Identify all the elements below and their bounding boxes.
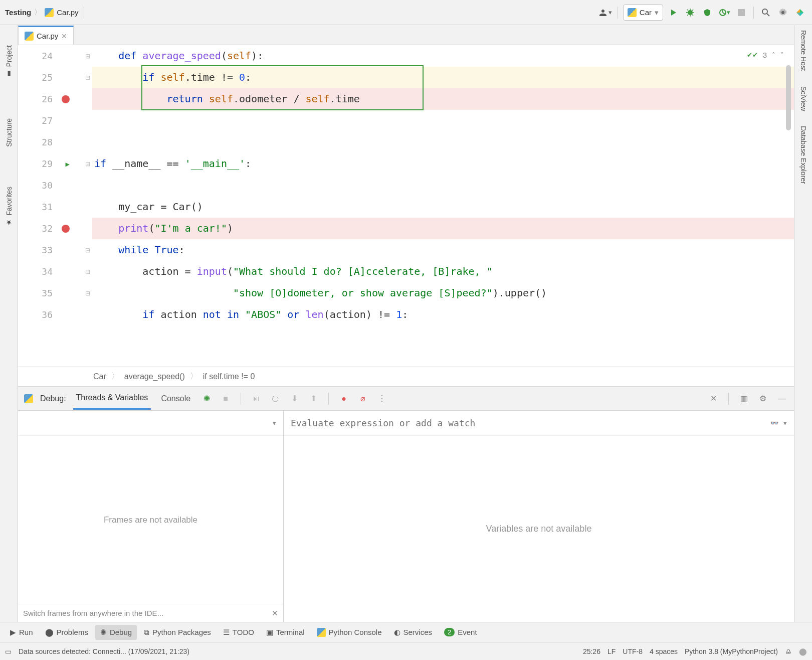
code-line[interactable] — [92, 131, 794, 153]
file-encoding[interactable]: UTF-8 — [623, 647, 643, 655]
crumb-class[interactable]: Car — [93, 372, 106, 381]
frames-thread-selector[interactable]: ▾ — [18, 411, 283, 436]
project-tool-tab[interactable]: ▮Project — [5, 45, 13, 78]
debug-bug-icon[interactable]: ✺ — [200, 393, 213, 405]
project-name[interactable]: Testing — [5, 8, 31, 17]
code-line[interactable]: def average_speed(self): — [92, 45, 794, 67]
code-line[interactable]: print("I'm a car!") — [92, 218, 794, 239]
fold-gutter[interactable]: ⊟⊟⊟⊟⊟⊟ — [83, 45, 92, 366]
database-tab[interactable]: Database Explorer — [799, 126, 807, 184]
settings-icon[interactable] — [776, 6, 790, 20]
run-line-icon[interactable]: ▶ — [66, 153, 70, 175]
user-icon[interactable]: ▾ — [598, 6, 613, 20]
jetbrains-icon[interactable] — [793, 6, 807, 20]
code-line[interactable]: "show [O]dometer, or show average [S]pee… — [92, 282, 794, 304]
watch-input[interactable] — [291, 418, 765, 428]
run-tab[interactable]: ▶Run — [5, 625, 38, 640]
variables-column: 👓 ▾ Variables are not available — [284, 411, 794, 622]
caret-position[interactable]: 25:26 — [583, 647, 600, 655]
crumb-method[interactable]: average_speed() — [124, 372, 185, 381]
tab-threads-variables[interactable]: Threads & Variables — [73, 387, 151, 410]
right-tool-strip: Remote Host SciView Database Explorer — [794, 25, 812, 622]
list-icon: ☰ — [223, 628, 230, 637]
code-line[interactable]: action = input("What should I do? [A]cce… — [92, 261, 794, 282]
main-area: ▮Project Structure ★Favorites Car.py ✕ ✔… — [0, 25, 812, 622]
code-area[interactable]: def average_speed(self): if self.time !=… — [92, 45, 794, 366]
view-breakpoints-icon[interactable]: ● — [338, 393, 350, 405]
debug-button[interactable] — [683, 6, 697, 20]
event-log-tab[interactable]: 2Event — [439, 625, 482, 639]
coverage-button[interactable] — [700, 6, 714, 20]
profile-button[interactable]: ▾ — [717, 6, 731, 20]
star-icon: ★ — [5, 219, 13, 227]
layout-icon[interactable]: ▥ — [738, 393, 750, 405]
fold-icon[interactable]: ⊟ — [83, 261, 92, 282]
editor: ✔✔ 3 ˄ ˅ 242526272829▶30313233343536 ⊟⊟⊟… — [18, 45, 794, 386]
line-separator[interactable]: LF — [607, 647, 616, 655]
code-line[interactable]: if __name__ == '__main__': — [92, 153, 794, 175]
fold-icon[interactable]: ⊟ — [83, 239, 92, 261]
favorites-tool-tab[interactable]: ★Favorites — [5, 187, 13, 227]
code-line[interactable]: if self.time != 0: — [92, 67, 794, 88]
watch-input-row: 👓 ▾ — [284, 411, 794, 436]
python-console-tab[interactable]: Python Console — [312, 625, 387, 640]
code-line[interactable]: return self.odometer / self.time — [92, 88, 794, 110]
close-icon[interactable]: ✕ — [61, 32, 67, 40]
scrollbar[interactable] — [786, 65, 791, 130]
python-icon — [317, 628, 326, 637]
fold-icon[interactable]: ⊟ — [83, 45, 92, 67]
services-tab[interactable]: ◐Services — [389, 625, 438, 640]
code-breadcrumb: Car 〉 average_speed() 〉 if self.time != … — [18, 366, 794, 386]
close-icon[interactable]: ✕ — [272, 609, 278, 618]
settings-icon[interactable]: ⚙ — [757, 393, 769, 405]
fold-icon[interactable]: ⊟ — [83, 282, 92, 304]
mute-breakpoints-icon[interactable]: ⌀ — [357, 393, 369, 405]
fold-icon[interactable]: ⊟ — [83, 153, 92, 175]
lock-icon[interactable]: ⬤ — [799, 647, 807, 655]
code-line[interactable]: my_car = Car() — [92, 196, 794, 218]
status-message[interactable]: Data sources detected: Connecti... (17/0… — [19, 647, 189, 655]
remote-host-tab[interactable]: Remote Host — [799, 30, 807, 71]
file-name[interactable]: Car.py — [57, 8, 78, 17]
run-button[interactable] — [666, 6, 680, 20]
step-over-icon: ⭮ — [269, 393, 281, 405]
breakpoint-icon[interactable] — [62, 95, 70, 103]
debug-panel-header: Debug: Threads & Variables Console ✺ ■ ⏯… — [18, 387, 794, 411]
indent-info[interactable]: 4 spaces — [650, 647, 678, 655]
terminal-tab[interactable]: ▣Terminal — [261, 625, 310, 640]
svg-point-0 — [688, 10, 693, 15]
python-packages-tab[interactable]: ⧉Python Packages — [139, 625, 216, 640]
editor-tab-car[interactable]: Car.py ✕ — [18, 26, 74, 45]
problems-tab[interactable]: ⬤Problems — [40, 625, 93, 640]
crumb-statement[interactable]: if self.time != 0 — [203, 372, 255, 381]
divider — [241, 393, 241, 405]
python-icon — [24, 394, 33, 403]
chevron-down-icon[interactable]: ▾ — [783, 419, 787, 427]
minimize-icon[interactable]: — — [776, 393, 788, 405]
glasses-icon[interactable]: 👓 — [770, 419, 778, 427]
run-configuration-selector[interactable]: Car ▾ — [623, 5, 663, 21]
line-number-gutter[interactable]: 242526272829▶30313233343536 — [18, 45, 83, 366]
code-line[interactable] — [92, 175, 794, 196]
search-icon[interactable] — [759, 6, 773, 20]
code-line[interactable]: if action not in "ABOS" or len(action) !… — [92, 304, 794, 325]
python-file-icon — [25, 32, 34, 41]
chevron-right-icon: 〉 — [111, 371, 119, 382]
debug-tab[interactable]: ✺Debug — [95, 625, 137, 640]
more-icon[interactable]: ⋮ — [376, 393, 388, 405]
structure-tool-tab[interactable]: Structure — [5, 118, 13, 147]
tool-window-toggle-icon[interactable]: ▭ — [5, 647, 12, 655]
interpreter-info[interactable]: Python 3.8 (MyPythonProject) — [685, 647, 778, 655]
breakpoint-icon[interactable] — [62, 225, 70, 233]
bug-icon: ✺ — [100, 628, 107, 637]
folder-icon: ▮ — [5, 70, 13, 78]
close-icon[interactable]: ✕ — [707, 393, 719, 405]
code-line[interactable] — [92, 110, 794, 131]
terminal-icon: ▣ — [266, 628, 273, 637]
tab-console[interactable]: Console — [158, 388, 193, 409]
fold-icon[interactable]: ⊟ — [83, 67, 92, 88]
sciview-tab[interactable]: SciView — [799, 86, 807, 111]
todo-tab[interactable]: ☰TODO — [218, 625, 259, 640]
code-line[interactable]: while True: — [92, 239, 794, 261]
notification-icon[interactable]: 🕭 — [785, 647, 792, 655]
